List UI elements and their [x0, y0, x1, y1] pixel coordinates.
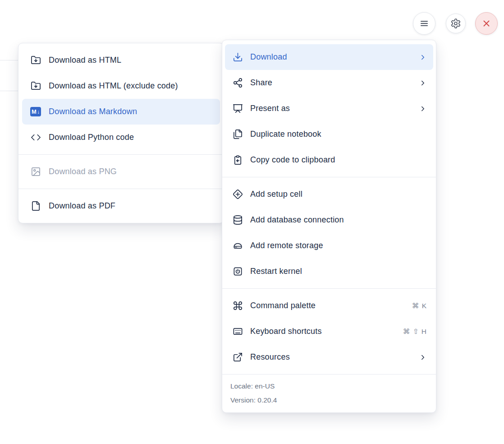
menu-item-download-as-html[interactable]: Download as HTML	[22, 47, 220, 73]
locale-text: Locale: en-US	[230, 379, 428, 393]
menu-item-label: Restart kernel	[250, 267, 427, 276]
clipboard-copy-icon	[232, 155, 243, 166]
menu-item-label: Command palette	[250, 301, 405, 310]
menu-item-duplicate-notebook[interactable]: Duplicate notebook	[225, 121, 433, 147]
menu-item-download-as-html-exclude-code[interactable]: Download as HTML (exclude code)	[22, 73, 220, 99]
folder-download-icon	[30, 81, 41, 92]
diamond-plus-icon	[232, 189, 243, 200]
menu-item-label: Resources	[250, 352, 412, 362]
menu-item-label: Add remote storage	[250, 241, 427, 250]
menu-item-label: Download as PDF	[49, 201, 214, 211]
markdown-icon: M↓	[30, 106, 41, 117]
command-icon	[232, 301, 243, 311]
menu-item-label: Download as HTML (exclude code)	[49, 81, 214, 91]
hard-drive-icon	[232, 240, 243, 251]
chevron-right-icon	[419, 79, 427, 87]
menu-item-resources[interactable]: Resources	[225, 344, 433, 370]
shortcut-hint: ⌘ K	[412, 302, 427, 310]
menu-item-download-python-code[interactable]: Download Python code	[22, 125, 220, 150]
background-cell-border	[0, 91, 18, 91]
menu-item-download-as-png: Download as PNG	[22, 159, 220, 185]
menu-item-restart-kernel[interactable]: Restart kernel	[225, 259, 433, 284]
gear-icon	[450, 18, 461, 29]
folder-download-icon	[30, 55, 41, 66]
menu-item-download[interactable]: Download	[225, 44, 433, 70]
database-icon	[232, 215, 243, 226]
menu-footer: Locale: en-US Version: 0.20.4	[222, 374, 436, 412]
menu-group: Command palette⌘ KKeyboard shortcuts⌘ ⇧ …	[222, 289, 436, 374]
menu-item-add-database-connection[interactable]: Add database connection	[225, 207, 433, 233]
menu-item-share[interactable]: Share	[225, 70, 433, 96]
menu-items-container: DownloadSharePresent asDuplicate noteboo…	[222, 40, 436, 374]
close-icon	[481, 18, 492, 29]
menu-item-label: Duplicate notebook	[250, 130, 427, 139]
settings-button[interactable]	[446, 14, 466, 33]
image-icon	[30, 166, 41, 177]
menu-item-copy-code-to-clipboard[interactable]: Copy code to clipboard	[225, 147, 433, 173]
share-icon	[232, 78, 243, 88]
version-text: Version: 0.20.4	[230, 393, 428, 407]
menu-group: Add setup cellAdd database connectionAdd…	[222, 177, 436, 288]
menu-item-label: Download Python code	[49, 133, 214, 142]
menu-item-add-setup-cell[interactable]: Add setup cell	[225, 181, 433, 207]
menu-item-present-as[interactable]: Present as	[225, 96, 433, 121]
menu-item-download-as-markdown[interactable]: M↓Download as Markdown	[22, 99, 220, 125]
menu-item-label: Copy code to clipboard	[250, 155, 427, 165]
power-icon	[232, 266, 243, 277]
menu-group: Download as HTMLDownload as HTML (exclud…	[18, 43, 224, 154]
external-link-icon	[232, 352, 243, 363]
download-submenu: Download as HTMLDownload as HTML (exclud…	[18, 43, 224, 223]
menu-group: Download as PDF	[18, 189, 224, 223]
shortcut-hint: ⌘ ⇧ H	[403, 328, 427, 336]
hamburger-icon	[419, 18, 430, 29]
menu-item-label: Download as Markdown	[49, 107, 214, 116]
chevron-right-icon	[419, 105, 427, 113]
notebook-menu-button[interactable]	[413, 12, 435, 35]
menu-item-label: Present as	[250, 104, 412, 113]
menu-item-keyboard-shortcuts[interactable]: Keyboard shortcuts⌘ ⇧ H	[225, 319, 433, 344]
presentation-icon	[232, 103, 243, 114]
menu-item-download-as-pdf[interactable]: Download as PDF	[22, 193, 220, 219]
background-cell-border	[0, 60, 18, 60]
duplicate-icon	[232, 129, 243, 140]
shutdown-button[interactable]	[475, 12, 498, 35]
menu-item-label: Share	[250, 78, 412, 88]
menu-item-label: Add database connection	[250, 215, 427, 225]
file-icon	[30, 201, 41, 212]
menu-item-label: Keyboard shortcuts	[250, 327, 396, 336]
download-icon	[232, 52, 243, 63]
chevron-right-icon	[419, 53, 427, 61]
menu-item-label: Download as HTML	[49, 56, 214, 65]
app-canvas: Download as HTMLDownload as HTML (exclud…	[0, 0, 504, 444]
menu-item-label: Download as PNG	[49, 167, 214, 176]
chevron-right-icon	[419, 353, 427, 361]
menu-item-add-remote-storage[interactable]: Add remote storage	[225, 233, 433, 259]
notebook-menu: DownloadSharePresent asDuplicate noteboo…	[222, 40, 436, 413]
menu-item-label: Download	[250, 52, 412, 62]
menu-group: DownloadSharePresent asDuplicate noteboo…	[222, 40, 436, 177]
menu-group: Download as PNG	[18, 155, 224, 189]
code-icon	[30, 132, 41, 143]
menu-item-command-palette[interactable]: Command palette⌘ K	[225, 293, 433, 319]
keyboard-icon	[232, 326, 243, 337]
menu-item-label: Add setup cell	[250, 190, 427, 199]
